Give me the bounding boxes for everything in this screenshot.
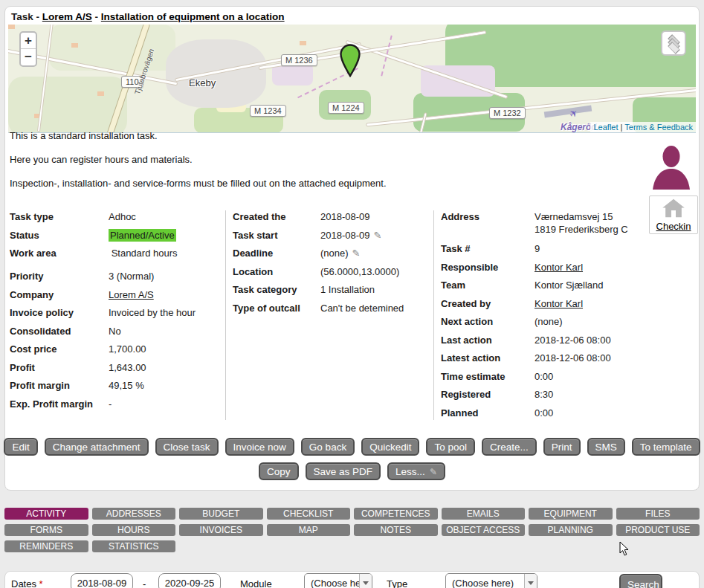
button-label: To pool <box>434 442 467 453</box>
detail-value[interactable]: Lorem A/S <box>109 288 154 301</box>
breadcrumb-task-link[interactable]: Installation of equipment on a location <box>101 11 285 22</box>
zoom-out-button[interactable]: − <box>21 49 36 65</box>
button-quickedit[interactable]: Quickedit <box>361 438 419 456</box>
tab-competences[interactable]: COMPETENCES <box>354 508 438 520</box>
tab-checklist[interactable]: CHECKLIST <box>267 508 351 520</box>
detail-row-address: Address Værnedamsvej 15 1819 Frederiksbe… <box>441 210 649 236</box>
button-copy[interactable]: Copy <box>259 462 299 480</box>
date-from-input[interactable] <box>71 573 133 588</box>
detail-label: Priority <box>10 270 109 282</box>
tab-map[interactable]: MAP <box>267 524 351 536</box>
tab-equipment[interactable]: EQUIPMENT <box>529 508 613 520</box>
tab-product-use[interactable]: PRODUCT USE <box>616 524 700 536</box>
checkin-link[interactable]: Checkin <box>650 221 697 232</box>
detail-value: 2018-08-09 <box>320 210 370 223</box>
button-to-template[interactable]: To template <box>632 438 700 456</box>
detail-label: Latest action <box>441 352 535 364</box>
detail-row-task-category: Task category 1 Installation <box>233 283 430 296</box>
detail-value[interactable]: Kontor Karl <box>535 261 583 274</box>
detail-row-task-start: Task start 2018-08-09 ✎ <box>233 229 430 242</box>
button-invoice-now[interactable]: Invoice now <box>225 438 294 456</box>
type-label: Type <box>387 578 407 588</box>
detail-row-type-of-outcall: Type of outcall Can't be detemined <box>233 302 430 314</box>
detail-label: Task category <box>233 283 320 296</box>
detail-label: Registered <box>441 388 535 401</box>
detail-label: Exp. Profit margin <box>10 398 109 410</box>
action-button-row: EditChange attachmentClose taskInvoice n… <box>5 438 699 456</box>
button-label: Invoice now <box>233 442 286 453</box>
terms-feedback-link[interactable]: Terms & Feedback <box>624 123 693 132</box>
detail-value: 3 (Normal) <box>109 270 154 282</box>
map-town-label: Ekeby <box>189 77 216 88</box>
button-sms[interactable]: SMS <box>587 438 625 456</box>
button-label: To template <box>640 442 692 453</box>
detail-row-consolidated: Consolidated No <box>10 325 222 337</box>
button-save-as-pdf[interactable]: Save as PDF <box>306 462 381 480</box>
detail-row-deadline: Deadline (none) ✎ <box>233 247 430 259</box>
button-label: Create... <box>490 442 529 453</box>
detail-label: Work area <box>10 247 109 259</box>
description-line: This is a standard installation task. <box>10 129 634 143</box>
detail-value: 49,15 % <box>109 379 144 392</box>
date-to-input[interactable] <box>158 573 221 588</box>
tab-object-access[interactable]: OBJECT ACCESS <box>442 524 526 536</box>
detail-row-invoice-policy: Invoice policy Invoiced by the hour <box>10 306 222 319</box>
button-label: Copy <box>267 466 291 477</box>
tab-emails[interactable]: EMAILS <box>442 508 526 520</box>
tab-hours[interactable]: HOURS <box>92 524 176 536</box>
search-button[interactable]: Search <box>619 574 662 588</box>
breadcrumb-company-link[interactable]: Lorem A/S <box>42 11 92 22</box>
description-line: Here you can register hours and material… <box>10 152 634 167</box>
map[interactable]: ✈ 110 M 1236 M 1234 M 1224 M 1232 Ekeby … <box>8 25 696 133</box>
tab-statistics[interactable]: STATISTICS <box>92 540 176 552</box>
detail-label: Profit margin <box>10 379 109 392</box>
tab-addresses[interactable]: ADDRESSES <box>92 508 176 520</box>
map-building <box>97 91 104 96</box>
tab-forms[interactable]: FORMS <box>4 524 88 536</box>
module-select-value: (Choose here) <box>305 578 359 588</box>
tab-reminders[interactable]: REMINDERS <box>4 540 88 552</box>
detail-label: Task start <box>233 229 320 242</box>
detail-row-responsible: Responsible Kontor Karl <box>441 261 649 274</box>
home-icon <box>662 198 685 218</box>
tab-budget[interactable]: BUDGET <box>179 508 263 520</box>
edit-pencil-icon[interactable]: ✎ <box>352 247 361 259</box>
zoom-in-button[interactable]: + <box>21 33 36 49</box>
detail-value: Standard hours <box>109 247 178 259</box>
button-create[interactable]: Create... <box>482 438 537 456</box>
layers-control-button[interactable] <box>661 30 686 56</box>
details-column-dates: Created the 2018-08-09 Task start 2018-0… <box>233 210 430 320</box>
type-select[interactable]: (Choose here) <box>445 573 537 588</box>
button-close-task[interactable]: Close task <box>155 438 219 456</box>
details-column-people: Address Værnedamsvej 15 1819 Frederiksbe… <box>441 210 649 424</box>
detail-value[interactable]: Kontor Karl <box>535 297 583 310</box>
checkin-box: Checkin <box>649 196 698 234</box>
detail-row-work-area: Work area Standard hours <box>10 247 222 259</box>
tab-planning[interactable]: PLANNING <box>529 524 613 536</box>
button-label: Change attachment <box>53 442 141 453</box>
edit-pencil-icon[interactable]: ✎ <box>374 229 382 242</box>
button-edit[interactable]: Edit <box>4 438 37 456</box>
button-change-attachment[interactable]: Change attachment <box>45 438 149 456</box>
button-go-back[interactable]: Go back <box>301 438 355 456</box>
detail-value: 9 <box>535 242 540 255</box>
detail-value: - <box>109 398 112 410</box>
task-panel: Task - Lorem A/S - Installation of equip… <box>4 6 700 491</box>
button-to-pool[interactable]: To pool <box>426 438 475 456</box>
detail-value: Kontor Sjælland <box>535 279 604 291</box>
module-select[interactable]: (Choose here) <box>304 573 372 588</box>
chevron-down-icon <box>524 574 537 588</box>
person-avatar-icon <box>653 146 690 190</box>
detail-value: Invoiced by the hour <box>109 306 196 319</box>
detail-value: (56.0000,13.0000) <box>320 265 399 278</box>
detail-row-next-action: Next action (none) <box>441 315 649 328</box>
map-zoom-control: + − <box>19 31 37 67</box>
map-marker-icon[interactable] <box>339 44 361 77</box>
tab-files[interactable]: FILES <box>616 508 700 520</box>
tab-invoices[interactable]: INVOICES <box>179 524 263 536</box>
tab-notes[interactable]: NOTES <box>354 524 438 536</box>
button-print[interactable]: Print <box>543 438 581 456</box>
map-building <box>71 43 78 48</box>
button-less[interactable]: Less...✎ <box>387 462 445 480</box>
tab-activity[interactable]: ACTIVITY <box>4 508 88 520</box>
